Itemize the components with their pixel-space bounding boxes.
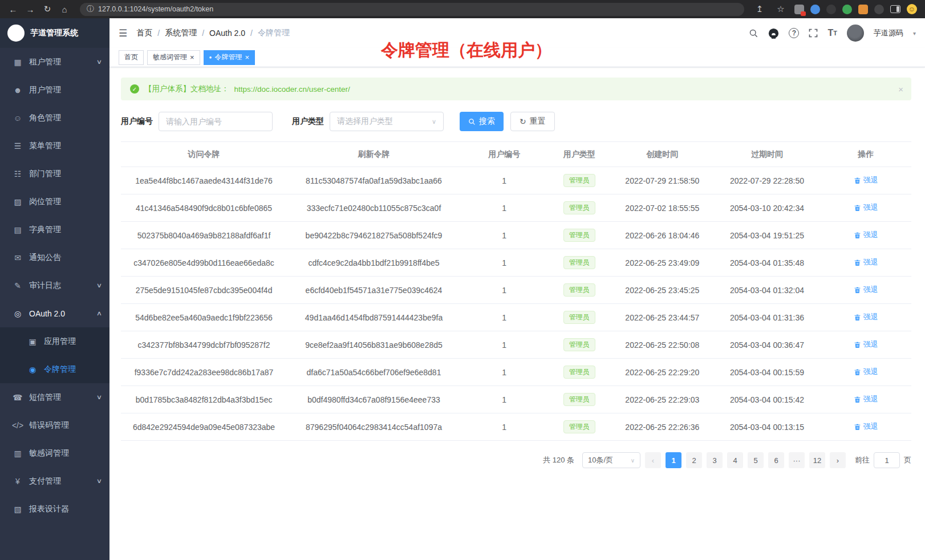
- sidebar-item-pay[interactable]: ¥支付管理∨: [0, 467, 109, 495]
- reset-button[interactable]: ↻ 重置: [510, 112, 555, 131]
- user-type-tag: 管理员: [563, 311, 595, 324]
- sidebar-item-label: 敏感词管理: [29, 448, 69, 458]
- sidebar-item-oauth2-app[interactable]: ▣应用管理: [0, 327, 109, 355]
- force-logout-button[interactable]: 强退: [854, 285, 878, 295]
- alert-close-icon[interactable]: ×: [898, 84, 903, 94]
- pagination-ellipsis[interactable]: ···: [789, 452, 805, 468]
- green-extension-icon[interactable]: [842, 5, 852, 14]
- tab-label: 令牌管理: [214, 52, 242, 62]
- tab-close-icon[interactable]: ×: [245, 54, 249, 61]
- user-id-cell: 1: [461, 386, 547, 413]
- sidebar-item-dict[interactable]: ▤字典管理: [0, 216, 109, 244]
- force-logout-icon: [854, 259, 861, 266]
- user-menu-caret-icon[interactable]: ▾: [913, 30, 916, 36]
- username[interactable]: 芋道源码: [874, 28, 903, 38]
- breadcrumb-item[interactable]: 系统管理: [165, 28, 197, 38]
- tab-item[interactable]: 首页: [119, 50, 144, 65]
- sidebar-item-label: 审计日志: [29, 281, 61, 291]
- sidebar-item-label: 通知公告: [29, 253, 61, 263]
- sidebar-item-tenant[interactable]: ▦租户管理∨: [0, 48, 109, 76]
- sidebar-item-sensitive-word[interactable]: ▥敏感词管理: [0, 439, 109, 467]
- browser-home-icon[interactable]: ⌂: [57, 2, 72, 16]
- sidebar-fold-icon[interactable]: ☰: [119, 27, 127, 39]
- sidebar: 芋道管理系统 ▦租户管理∨☻用户管理☺角色管理☰菜单管理☷部门管理▨岗位管理▤字…: [0, 18, 109, 560]
- search-icon[interactable]: [749, 29, 758, 38]
- pagination-page-button[interactable]: 1: [666, 452, 681, 468]
- force-logout-button[interactable]: 强退: [854, 394, 878, 404]
- sidebar-item-audit-log[interactable]: ✎审计日志∨: [0, 271, 109, 299]
- sidebar-item-user[interactable]: ☻用户管理: [0, 76, 109, 104]
- tab-close-icon[interactable]: ×: [190, 54, 194, 61]
- annotation-text: 令牌管理（在线用户）: [381, 39, 552, 62]
- pagination-page-button[interactable]: 12: [809, 452, 825, 468]
- fullscreen-icon[interactable]: [809, 29, 818, 38]
- pagination-page-button[interactable]: 3: [707, 452, 723, 468]
- font-size-icon[interactable]: TT: [827, 28, 837, 38]
- tab-active[interactable]: ●令牌管理×: [204, 50, 255, 65]
- pagination: 共 120 条 10条/页 ∨ ‹123456···12› 前往 页: [121, 452, 911, 468]
- user-type-cell: 管理员: [547, 249, 611, 277]
- force-logout-button[interactable]: 强退: [854, 339, 878, 350]
- address-bar[interactable]: ⓘ 127.0.0.1:1024/system/oauth2/token: [80, 3, 744, 16]
- puzzle-extension-icon[interactable]: [858, 5, 868, 14]
- user-type-tag: 管理员: [563, 256, 595, 270]
- user-avatar[interactable]: [847, 25, 864, 42]
- dark-extension-2-icon[interactable]: [874, 5, 884, 14]
- create-time-cell: 2022-06-25 23:45:25: [611, 277, 713, 304]
- force-logout-button[interactable]: 强退: [854, 202, 878, 213]
- sidebar-item-oauth2-token[interactable]: ◉令牌管理: [0, 355, 109, 383]
- pagination-page-button[interactable]: 2: [686, 452, 702, 468]
- sidebar-item-post[interactable]: ▨岗位管理: [0, 188, 109, 216]
- force-logout-button[interactable]: 强退: [854, 175, 878, 185]
- help-icon[interactable]: ?: [789, 28, 799, 38]
- sidebar-item-notice[interactable]: ✉通知公告: [0, 244, 109, 271]
- goto-page-input[interactable]: [874, 452, 900, 468]
- page-size-select[interactable]: 10条/页 ∨: [582, 452, 640, 468]
- user-id-input[interactable]: [159, 112, 273, 131]
- blue-extension-icon[interactable]: [810, 5, 820, 14]
- pagination-prev-button[interactable]: ‹: [645, 452, 661, 468]
- share-icon[interactable]: ↥: [752, 2, 767, 16]
- breadcrumb-item[interactable]: 首页: [136, 28, 152, 38]
- bookmark-star-icon[interactable]: ☆: [773, 2, 788, 16]
- extension-badged-icon[interactable]: [794, 5, 804, 14]
- browser-forward-icon[interactable]: →: [23, 2, 38, 16]
- force-logout-icon: [854, 204, 861, 212]
- table-row: 275e5de9151045fe87cbdc395e004f4de6cfd40e…: [121, 277, 911, 304]
- breadcrumb-item[interactable]: OAuth 2.0: [209, 29, 245, 38]
- pagination-page-button[interactable]: 6: [768, 452, 784, 468]
- force-logout-button[interactable]: 强退: [854, 312, 878, 322]
- pagination-page-button[interactable]: 4: [727, 452, 743, 468]
- app-logo[interactable]: 芋道管理系统: [0, 18, 109, 48]
- dark-extension-icon[interactable]: [826, 5, 836, 14]
- sidebar-item-menu[interactable]: ☰菜单管理: [0, 132, 109, 160]
- browser-reload-icon[interactable]: ↻: [40, 2, 55, 16]
- create-time-cell: 2022-06-25 23:44:57: [611, 304, 713, 331]
- pagination-next-button[interactable]: ›: [830, 452, 846, 468]
- force-logout-button[interactable]: 强退: [854, 230, 878, 240]
- user-type-cell: 管理员: [547, 413, 611, 441]
- site-info-icon[interactable]: ⓘ: [87, 4, 94, 14]
- sidebar-panel-icon[interactable]: [890, 5, 900, 13]
- table-row: b0d1785bc3a8482f812db4a3f3bd15ecb0df4980…: [121, 386, 911, 413]
- sidebar-item-label: 部门管理: [29, 169, 61, 179]
- sidebar-item-error-code[interactable]: </>错误码管理: [0, 411, 109, 439]
- search-button[interactable]: 搜索: [460, 112, 504, 131]
- user-type-select[interactable]: 请选择用户类型 ∨: [330, 112, 444, 131]
- doc-link[interactable]: https://doc.iocoder.cn/user-center/: [234, 85, 350, 94]
- browser-back-icon[interactable]: ←: [6, 2, 21, 16]
- github-icon[interactable]: [768, 28, 779, 39]
- tab-item[interactable]: 敏感词管理×: [147, 50, 200, 65]
- force-logout-button[interactable]: 强退: [854, 421, 878, 432]
- pagination-page-button[interactable]: 5: [748, 452, 764, 468]
- sidebar-item-role[interactable]: ☺角色管理: [0, 104, 109, 132]
- expire-time-cell: 2054-03-04 19:51:25: [713, 222, 820, 249]
- sidebar-item-oauth2[interactable]: ◎OAuth 2.0∧: [0, 299, 109, 327]
- access-token-cell: c347026e805e4d99b0d116eae66eda8c: [121, 249, 287, 277]
- force-logout-button[interactable]: 强退: [854, 257, 878, 267]
- sidebar-item-sms[interactable]: ☎短信管理∨: [0, 383, 109, 411]
- profile-avatar-icon[interactable]: ☺: [907, 4, 917, 14]
- sidebar-item-report[interactable]: ▧报表设计器: [0, 495, 109, 523]
- sidebar-item-dept[interactable]: ☷部门管理: [0, 160, 109, 188]
- force-logout-button[interactable]: 强退: [854, 367, 878, 377]
